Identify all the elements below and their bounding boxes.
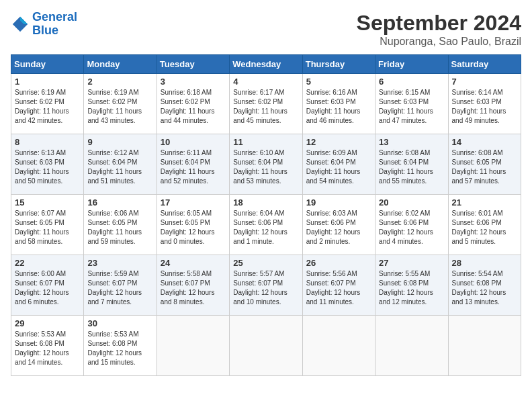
day-number: 21: [452, 197, 517, 208]
cell-info: Sunrise: 6:14 AMSunset: 6:03 PMDaylight:…: [452, 88, 517, 126]
calendar-cell: 24 Sunrise: 5:58 AMSunset: 6:07 PMDaylig…: [157, 255, 229, 316]
cell-info: Sunrise: 5:58 AMSunset: 6:07 PMDaylight:…: [161, 269, 226, 307]
page-title: September 2024: [357, 11, 521, 36]
calendar-week-1: 1 Sunrise: 6:19 AMSunset: 6:02 PMDayligh…: [11, 74, 521, 134]
day-number: 14: [452, 137, 517, 147]
title-block: September 2024 Nuporanga, Sao Paulo, Bra…: [357, 11, 521, 48]
logo: General Blue: [11, 11, 77, 38]
cell-info: Sunrise: 6:08 AMSunset: 6:05 PMDaylight:…: [452, 148, 517, 186]
day-number: 5: [306, 77, 371, 87]
calendar-cell: 27 Sunrise: 5:55 AMSunset: 6:08 PMDaylig…: [375, 255, 448, 316]
page-header: General Blue September 2024 Nuporanga, S…: [11, 11, 521, 48]
calendar-cell: 1 Sunrise: 6:19 AMSunset: 6:02 PMDayligh…: [11, 74, 84, 134]
cell-info: Sunrise: 6:07 AMSunset: 6:05 PMDaylight:…: [15, 209, 80, 246]
day-number: 19: [306, 197, 371, 208]
cell-info: Sunrise: 5:54 AMSunset: 6:08 PMDaylight:…: [452, 269, 517, 307]
day-number: 20: [379, 197, 444, 208]
day-number: 30: [87, 318, 152, 328]
calendar-cell: 2 Sunrise: 6:19 AMSunset: 6:02 PMDayligh…: [84, 74, 157, 134]
calendar-cell: 22 Sunrise: 6:00 AMSunset: 6:07 PMDaylig…: [11, 255, 84, 316]
calendar-cell: 13 Sunrise: 6:08 AMSunset: 6:04 PMDaylig…: [375, 134, 448, 195]
cell-info: Sunrise: 6:04 AMSunset: 6:06 PMDaylight:…: [233, 209, 298, 246]
day-number: 12: [306, 137, 371, 147]
calendar-cell: 16 Sunrise: 6:06 AMSunset: 6:05 PMDaylig…: [84, 195, 157, 255]
calendar-cell: 26 Sunrise: 5:56 AMSunset: 6:07 PMDaylig…: [302, 255, 375, 316]
header-saturday: Saturday: [448, 55, 521, 74]
calendar-cell: 4 Sunrise: 6:17 AMSunset: 6:02 PMDayligh…: [230, 74, 302, 134]
cell-info: Sunrise: 6:01 AMSunset: 6:06 PMDaylight:…: [452, 209, 517, 246]
day-number: 27: [379, 258, 444, 268]
day-number: 17: [161, 197, 226, 208]
calendar-cell: 11 Sunrise: 6:10 AMSunset: 6:04 PMDaylig…: [230, 134, 302, 195]
header-sunday: Sunday: [11, 55, 84, 74]
day-number: 15: [15, 197, 80, 208]
logo-line1: General: [32, 10, 77, 24]
cell-info: Sunrise: 6:11 AMSunset: 6:04 PMDaylight:…: [161, 148, 226, 186]
calendar-week-5: 29 Sunrise: 5:53 AMSunset: 6:08 PMDaylig…: [11, 316, 521, 376]
cell-info: Sunrise: 6:09 AMSunset: 6:04 PMDaylight:…: [306, 148, 371, 186]
logo-icon: [11, 15, 30, 34]
cell-info: Sunrise: 5:53 AMSunset: 6:08 PMDaylight:…: [87, 330, 152, 367]
calendar-cell: [302, 316, 375, 376]
day-number: 16: [87, 197, 152, 208]
cell-info: Sunrise: 6:00 AMSunset: 6:07 PMDaylight:…: [15, 269, 80, 307]
day-number: 4: [233, 77, 298, 87]
day-number: 6: [379, 77, 444, 87]
day-number: 3: [161, 77, 226, 87]
cell-info: Sunrise: 6:02 AMSunset: 6:06 PMDaylight:…: [379, 209, 444, 246]
calendar-cell: 14 Sunrise: 6:08 AMSunset: 6:05 PMDaylig…: [448, 134, 521, 195]
calendar-cell: 30 Sunrise: 5:53 AMSunset: 6:08 PMDaylig…: [84, 316, 157, 376]
calendar-cell: 23 Sunrise: 5:59 AMSunset: 6:07 PMDaylig…: [84, 255, 157, 316]
day-number: 7: [452, 77, 517, 87]
calendar-cell: 6 Sunrise: 6:15 AMSunset: 6:03 PMDayligh…: [375, 74, 448, 134]
day-number: 11: [233, 137, 298, 147]
calendar-week-3: 15 Sunrise: 6:07 AMSunset: 6:05 PMDaylig…: [11, 195, 521, 255]
calendar-cell: 8 Sunrise: 6:13 AMSunset: 6:03 PMDayligh…: [11, 134, 84, 195]
cell-info: Sunrise: 6:18 AMSunset: 6:02 PMDaylight:…: [161, 88, 226, 126]
cell-info: Sunrise: 6:03 AMSunset: 6:06 PMDaylight:…: [306, 209, 371, 246]
cell-info: Sunrise: 5:57 AMSunset: 6:07 PMDaylight:…: [233, 269, 298, 307]
cell-info: Sunrise: 6:16 AMSunset: 6:03 PMDaylight:…: [306, 88, 371, 126]
logo-line2: Blue: [32, 24, 58, 37]
cell-info: Sunrise: 6:19 AMSunset: 6:02 PMDaylight:…: [15, 88, 80, 126]
cell-info: Sunrise: 5:55 AMSunset: 6:08 PMDaylight:…: [379, 269, 444, 307]
day-number: 1: [15, 77, 80, 87]
calendar-cell: 21 Sunrise: 6:01 AMSunset: 6:06 PMDaylig…: [448, 195, 521, 255]
day-number: 26: [306, 258, 371, 268]
header-wednesday: Wednesday: [230, 55, 302, 74]
day-number: 22: [15, 258, 80, 268]
calendar-week-2: 8 Sunrise: 6:13 AMSunset: 6:03 PMDayligh…: [11, 134, 521, 195]
day-number: 29: [15, 318, 80, 328]
day-number: 9: [87, 137, 152, 147]
calendar-cell: 17 Sunrise: 6:05 AMSunset: 6:05 PMDaylig…: [157, 195, 229, 255]
day-number: 2: [87, 77, 152, 87]
header-tuesday: Tuesday: [157, 55, 229, 74]
calendar-cell: 12 Sunrise: 6:09 AMSunset: 6:04 PMDaylig…: [302, 134, 375, 195]
cell-info: Sunrise: 5:59 AMSunset: 6:07 PMDaylight:…: [87, 269, 152, 307]
calendar-cell: 15 Sunrise: 6:07 AMSunset: 6:05 PMDaylig…: [11, 195, 84, 255]
calendar-cell: [375, 316, 448, 376]
cell-info: Sunrise: 6:05 AMSunset: 6:05 PMDaylight:…: [161, 209, 226, 246]
cell-info: Sunrise: 6:08 AMSunset: 6:04 PMDaylight:…: [379, 148, 444, 186]
calendar-cell: 20 Sunrise: 6:02 AMSunset: 6:06 PMDaylig…: [375, 195, 448, 255]
calendar-cell: 29 Sunrise: 5:53 AMSunset: 6:08 PMDaylig…: [11, 316, 84, 376]
calendar-cell: [230, 316, 302, 376]
cell-info: Sunrise: 6:19 AMSunset: 6:02 PMDaylight:…: [87, 88, 152, 126]
day-number: 18: [233, 197, 298, 208]
cell-info: Sunrise: 6:12 AMSunset: 6:04 PMDaylight:…: [87, 148, 152, 186]
calendar-cell: 5 Sunrise: 6:16 AMSunset: 6:03 PMDayligh…: [302, 74, 375, 134]
calendar-cell: [448, 316, 521, 376]
cell-info: Sunrise: 6:13 AMSunset: 6:03 PMDaylight:…: [15, 148, 80, 186]
header-thursday: Thursday: [302, 55, 375, 74]
calendar-week-4: 22 Sunrise: 6:00 AMSunset: 6:07 PMDaylig…: [11, 255, 521, 316]
cell-info: Sunrise: 6:10 AMSunset: 6:04 PMDaylight:…: [233, 148, 298, 186]
cell-info: Sunrise: 5:56 AMSunset: 6:07 PMDaylight:…: [306, 269, 371, 307]
calendar-cell: 9 Sunrise: 6:12 AMSunset: 6:04 PMDayligh…: [84, 134, 157, 195]
day-number: 13: [379, 137, 444, 147]
header-monday: Monday: [84, 55, 157, 74]
calendar-cell: 10 Sunrise: 6:11 AMSunset: 6:04 PMDaylig…: [157, 134, 229, 195]
page-subtitle: Nuporanga, Sao Paulo, Brazil: [357, 36, 521, 48]
calendar-header: SundayMondayTuesdayWednesdayThursdayFrid…: [11, 55, 521, 74]
header-friday: Friday: [375, 55, 448, 74]
calendar-cell: 18 Sunrise: 6:04 AMSunset: 6:06 PMDaylig…: [230, 195, 302, 255]
